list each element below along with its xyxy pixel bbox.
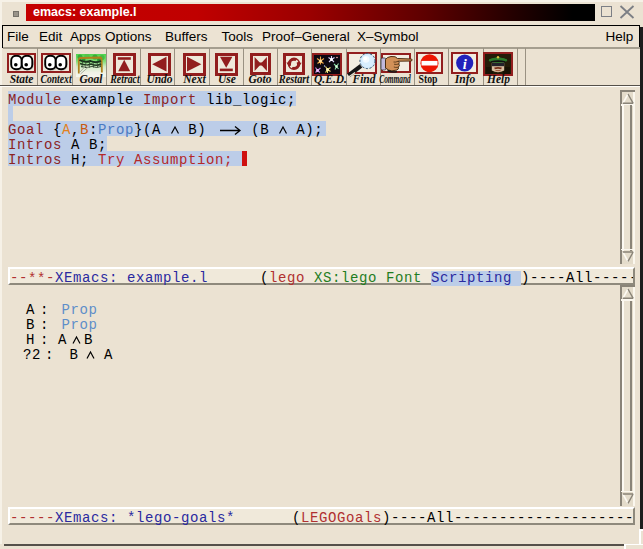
svg-text:i: i — [462, 56, 466, 72]
